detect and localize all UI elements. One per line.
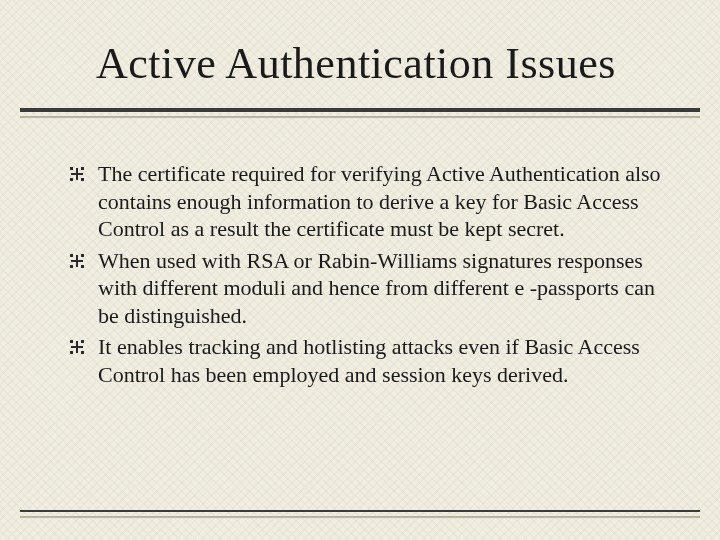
svg-rect-14 <box>70 340 73 343</box>
title-divider-dark <box>20 108 700 112</box>
svg-rect-16 <box>70 351 73 354</box>
list-item: The certificate required for verifying A… <box>70 160 680 243</box>
svg-rect-4 <box>70 178 73 181</box>
bullet-text: It enables tracking and hotlisting attac… <box>98 333 680 388</box>
svg-rect-1 <box>76 168 78 180</box>
svg-rect-9 <box>81 254 84 257</box>
svg-rect-11 <box>81 265 84 268</box>
slide: Active Authentication Issues The certifi… <box>0 0 720 540</box>
svg-rect-7 <box>76 255 78 267</box>
svg-rect-13 <box>76 341 78 353</box>
footer-divider-light <box>20 516 700 518</box>
bullet-text: The certificate required for verifying A… <box>98 160 680 243</box>
svg-rect-15 <box>81 340 84 343</box>
svg-rect-2 <box>70 167 73 170</box>
svg-rect-3 <box>81 167 84 170</box>
bullet-icon <box>70 167 90 185</box>
bullet-text: When used with RSA or Rabin-Williams sig… <box>98 247 680 330</box>
title-divider-light <box>20 116 700 118</box>
svg-rect-5 <box>81 178 84 181</box>
list-item: When used with RSA or Rabin-Williams sig… <box>70 247 680 330</box>
svg-rect-17 <box>81 351 84 354</box>
svg-rect-10 <box>70 265 73 268</box>
slide-title: Active Authentication Issues <box>96 38 616 89</box>
bullet-list: The certificate required for verifying A… <box>70 160 680 392</box>
footer-divider-dark <box>20 510 700 512</box>
svg-rect-8 <box>70 254 73 257</box>
bullet-icon <box>70 340 90 358</box>
list-item: It enables tracking and hotlisting attac… <box>70 333 680 388</box>
bullet-icon <box>70 254 90 272</box>
